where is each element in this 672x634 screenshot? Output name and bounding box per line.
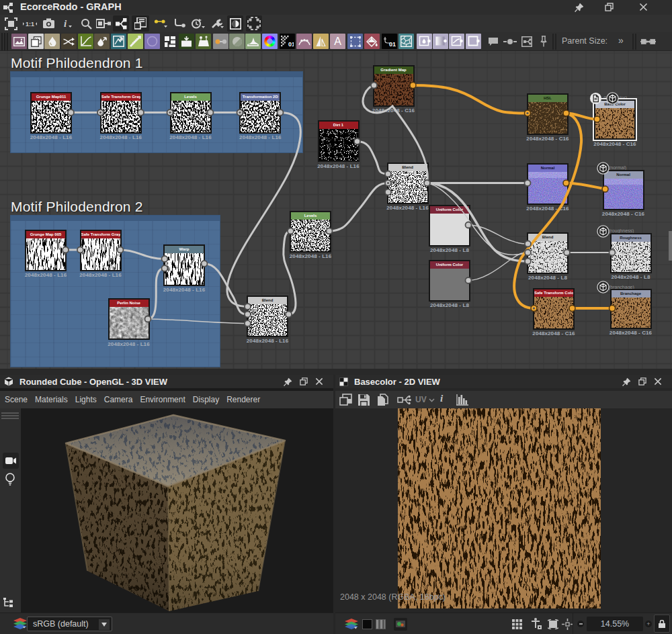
svg-text:01: 01 — [389, 41, 396, 47]
svg-text:1:1: 1:1 — [25, 21, 34, 28]
svg-text:i: i — [64, 18, 67, 29]
svg-text:01: 01 — [288, 41, 294, 47]
